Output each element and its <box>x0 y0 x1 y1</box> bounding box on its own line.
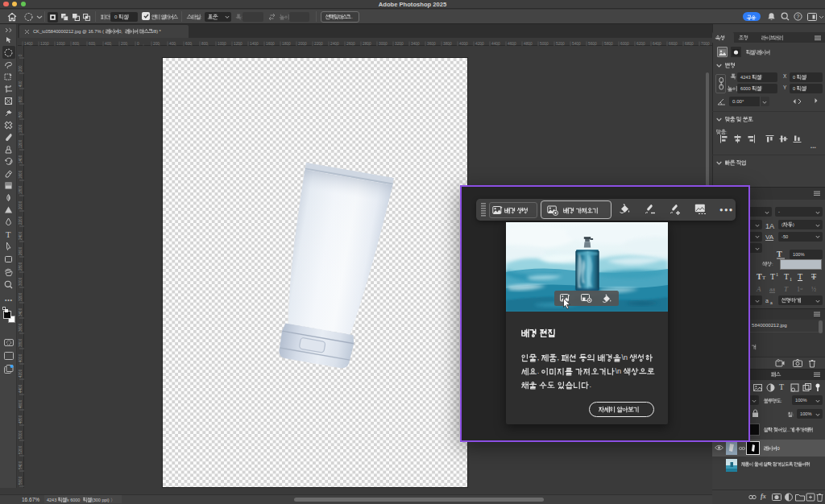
svg-text:,: , <box>558 353 560 361</box>
svg-text:(300 ppi) 〉: (300 ppi) 〉 <box>92 498 115 502</box>
svg-text:T: T <box>784 285 789 293</box>
svg-text:1200: 1200 <box>19 139 23 148</box>
svg-text:(: ( <box>781 222 783 227</box>
svg-text:½: ½ <box>811 286 816 293</box>
svg-text:0: 0 <box>777 446 780 451</box>
svg-text::: : <box>781 398 782 403</box>
svg-text:200: 200 <box>153 42 160 46</box>
svg-text:4243: 4243 <box>47 498 56 502</box>
svg-text:3200: 3200 <box>19 292 23 301</box>
svg-text:4600: 4600 <box>508 42 516 46</box>
svg-text:200: 200 <box>19 65 23 72</box>
svg-text:T: T <box>784 272 789 281</box>
svg-text:2000: 2000 <box>298 42 307 46</box>
svg-text:100%: 100% <box>793 252 805 257</box>
svg-text:/8) *: /8) * <box>152 29 161 34</box>
svg-text:,: , <box>537 353 540 361</box>
svg-text:1st: 1st <box>797 286 803 293</box>
svg-text:100%: 100% <box>800 411 812 416</box>
svg-text:...: ... <box>350 15 353 19</box>
svg-text:1400: 1400 <box>19 155 23 163</box>
svg-text:3000: 3000 <box>19 277 23 286</box>
svg-text:4000: 4000 <box>459 42 468 46</box>
svg-text:600: 600 <box>185 42 192 46</box>
svg-text:3800: 3800 <box>443 42 452 46</box>
svg-text:1800: 1800 <box>282 42 291 46</box>
svg-text:2800: 2800 <box>363 42 371 46</box>
svg-text:1400: 1400 <box>250 42 259 46</box>
svg-text:...: ... <box>786 428 790 432</box>
svg-text:4400: 4400 <box>491 42 500 46</box>
svg-text:100%: 100% <box>795 398 807 403</box>
svg-text:4243: 4243 <box>740 74 751 79</box>
svg-text:?: ? <box>797 14 800 19</box>
svg-text:2600: 2600 <box>346 42 355 46</box>
svg-text:T: T <box>798 272 802 281</box>
svg-text:3600: 3600 <box>19 323 23 332</box>
svg-text:.: . <box>590 381 592 389</box>
svg-text::: : <box>772 261 773 266</box>
svg-text::: : <box>201 14 202 19</box>
svg-text:5400: 5400 <box>572 42 581 46</box>
svg-text:2800: 2800 <box>19 262 23 271</box>
svg-text:0,: 0, <box>118 29 122 34</box>
svg-text:.: . <box>537 367 540 375</box>
svg-text:1: 1 <box>776 272 778 277</box>
svg-text:5400: 5400 <box>19 461 23 469</box>
svg-text:A: A <box>756 285 761 293</box>
svg-text:-: - <box>778 209 780 214</box>
svg-text:6800: 6800 <box>685 42 694 46</box>
svg-text:0: 0 <box>114 14 118 19</box>
svg-text:5800: 5800 <box>604 42 613 46</box>
svg-text:4600: 4600 <box>19 399 23 408</box>
svg-text:2600: 2600 <box>19 246 23 255</box>
svg-text:4800: 4800 <box>19 415 23 423</box>
svg-text:200: 200 <box>121 42 127 46</box>
svg-text:x 6000: x 6000 <box>67 498 81 502</box>
svg-text:5000: 5000 <box>19 430 23 439</box>
svg-text:2200: 2200 <box>314 42 323 46</box>
svg-text:\n: \n <box>621 353 628 361</box>
svg-text:7000: 7000 <box>701 42 710 46</box>
svg-text:600: 600 <box>19 96 23 102</box>
svg-text:1000: 1000 <box>19 124 23 133</box>
svg-text:1600: 1600 <box>19 170 23 179</box>
svg-text:5200: 5200 <box>556 42 565 46</box>
svg-text:aa: aa <box>769 286 776 293</box>
svg-text:4000: 4000 <box>19 353 23 362</box>
svg-text:5600: 5600 <box>19 476 23 485</box>
svg-text:4200: 4200 <box>475 42 484 46</box>
svg-text:T: T <box>6 230 11 239</box>
svg-text:5600: 5600 <box>588 42 597 46</box>
svg-text:4400: 4400 <box>19 384 23 393</box>
svg-text:6400: 6400 <box>653 42 661 46</box>
svg-text:6000: 6000 <box>740 86 751 91</box>
svg-text:400: 400 <box>105 42 111 46</box>
svg-text:T: T <box>811 272 816 281</box>
svg-text:3000: 3000 <box>379 42 388 46</box>
svg-text::: : <box>726 130 728 134</box>
svg-text:1600: 1600 <box>266 42 275 46</box>
svg-text:T: T <box>777 250 782 258</box>
svg-text:VA: VA <box>765 233 774 241</box>
svg-text:T: T <box>770 272 775 281</box>
svg-text:5840000212.jpg: 5840000212.jpg <box>752 322 787 328</box>
svg-text:800: 800 <box>73 42 79 46</box>
svg-text:5000: 5000 <box>540 42 549 46</box>
svg-text:T: T <box>762 275 766 281</box>
svg-text:): ) <box>793 222 794 227</box>
svg-text:1400: 1400 <box>24 42 33 46</box>
svg-text:800: 800 <box>201 42 208 46</box>
svg-text:0: 0 <box>793 86 795 91</box>
svg-text:CK_tc05840000212.jpg @ 16.7% (: CK_tc05840000212.jpg @ 16.7% ( <box>33 29 104 34</box>
svg-text:3400: 3400 <box>411 42 420 46</box>
svg-text:2400: 2400 <box>330 42 339 46</box>
svg-text:a: a <box>770 300 773 305</box>
svg-text:1000: 1000 <box>56 42 65 46</box>
svg-text:4800: 4800 <box>524 42 533 46</box>
svg-text:1A: 1A <box>765 222 774 230</box>
svg-text:6600: 6600 <box>669 42 678 46</box>
svg-text:4200: 4200 <box>19 369 23 378</box>
svg-text:\n: \n <box>616 367 622 375</box>
svg-text:0: 0 <box>793 74 795 79</box>
